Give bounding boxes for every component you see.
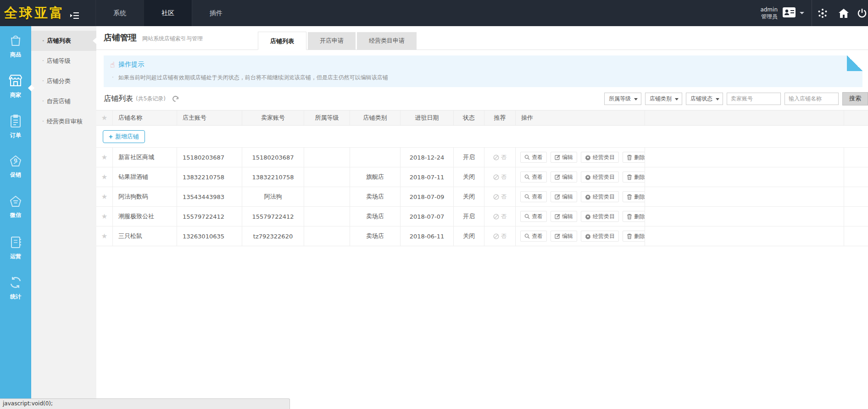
category-settings-button[interactable]: 经营类目 bbox=[581, 191, 619, 202]
submenu-item-shop-list[interactable]: ·店铺列表 bbox=[31, 31, 96, 51]
view-button[interactable]: 查看 bbox=[520, 191, 547, 202]
search-button[interactable]: 搜索 bbox=[842, 92, 868, 105]
star-icon[interactable]: ★ bbox=[101, 193, 107, 201]
actions-cell: 查看 编辑 经营类目 删除 bbox=[516, 167, 645, 187]
level-filter-select[interactable]: 所属等级 bbox=[604, 93, 641, 105]
delete-button[interactable]: 删除 bbox=[623, 191, 645, 202]
submenu-item-self-shop[interactable]: ·自营店铺 bbox=[31, 91, 96, 111]
edit-button[interactable]: 编辑 bbox=[551, 211, 577, 222]
notice-title: 操作提示 bbox=[118, 61, 144, 69]
recommend-no-label: 否 bbox=[501, 232, 506, 240]
pencil-square-icon bbox=[555, 174, 560, 180]
tab-shop-list[interactable]: 店铺列表 bbox=[258, 32, 306, 50]
sync-circle-icon bbox=[9, 282, 22, 291]
delete-button[interactable]: 删除 bbox=[623, 171, 645, 182]
submenu-item-shop-category[interactable]: ·店铺分类 bbox=[31, 71, 96, 91]
star-icon[interactable]: ★ bbox=[101, 114, 107, 122]
category-filter-select[interactable]: 店铺类别 bbox=[645, 93, 682, 105]
delete-button[interactable]: 删除 bbox=[623, 231, 645, 242]
table-row: ★ 潮服极致公社 15579722412 15579722412 卖场店 201… bbox=[96, 207, 868, 227]
caret-down-icon bbox=[634, 98, 638, 100]
view-button[interactable]: 查看 bbox=[520, 211, 547, 222]
edit-button[interactable]: 编辑 bbox=[551, 152, 577, 163]
join-date-cell: 2018-12-24 bbox=[401, 148, 454, 167]
gear-icon bbox=[585, 194, 591, 200]
tab-open-apply[interactable]: 开店申请 bbox=[308, 32, 356, 50]
category-cell bbox=[350, 148, 401, 167]
top-menu: 系统 社区 插件 bbox=[95, 0, 240, 26]
submenu-item-label: 店铺列表 bbox=[47, 37, 71, 44]
recommend-cell: 否 bbox=[484, 207, 516, 226]
refresh-icon[interactable] bbox=[172, 95, 179, 102]
shop-name-input[interactable] bbox=[785, 93, 839, 105]
actions-cell: 查看 编辑 经营类目 删除 bbox=[516, 207, 645, 226]
submenu-item-shop-level[interactable]: ·店铺等级 bbox=[31, 51, 96, 71]
seller-account-cell: tz792322620 bbox=[242, 227, 304, 246]
col-recommend: 推荐 bbox=[484, 111, 516, 125]
home-icon[interactable] bbox=[833, 0, 854, 26]
share-icon[interactable] bbox=[812, 0, 833, 26]
sidebar-item-operations[interactable]: 运营 bbox=[0, 228, 31, 268]
recommend-cell: 否 bbox=[484, 187, 516, 206]
corner-fold-icon[interactable] bbox=[847, 55, 862, 71]
trash-icon bbox=[627, 233, 632, 239]
recommend-cell: 否 bbox=[484, 167, 516, 187]
power-icon[interactable] bbox=[854, 0, 868, 26]
category-settings-button[interactable]: 经营类目 bbox=[581, 152, 619, 163]
category-cell: 卖场店 bbox=[350, 187, 401, 206]
empty-cell-end bbox=[844, 227, 868, 246]
sidebar-item-orders[interactable]: 订单 bbox=[0, 107, 31, 147]
main-content: 店铺管理 网站系统店铺索引与管理 店铺列表 开店申请 经营类目申请 ☝ 操作提示… bbox=[96, 26, 868, 409]
seller-account-cell: 13832210758 bbox=[242, 167, 304, 187]
star-icon[interactable]: ★ bbox=[101, 212, 107, 221]
sidebar-collapse-icon[interactable] bbox=[69, 11, 81, 21]
seller-account-cell: 阿法狗 bbox=[242, 187, 304, 206]
status-cell: 关闭 bbox=[454, 167, 484, 187]
submenu-item-category-review[interactable]: ·经营类目审核 bbox=[31, 111, 96, 132]
category-settings-button[interactable]: 经营类目 bbox=[581, 171, 619, 182]
edit-button[interactable]: 编辑 bbox=[551, 231, 577, 242]
app-logo: 全球亚富 bbox=[0, 4, 69, 22]
category-settings-button[interactable]: 经营类目 bbox=[581, 231, 619, 242]
record-count: (共5条记录) bbox=[136, 95, 166, 103]
col-join-date: 进驻日期 bbox=[401, 111, 454, 125]
empty-cell bbox=[645, 207, 844, 226]
owner-account-cell: 13543443983 bbox=[177, 187, 242, 206]
add-shop-button[interactable]: + 新增店铺 bbox=[103, 130, 145, 143]
star-icon[interactable]: ★ bbox=[101, 232, 107, 240]
col-owner-account: 店主账号 bbox=[177, 111, 242, 125]
edit-button[interactable]: 编辑 bbox=[551, 191, 577, 202]
delete-button[interactable]: 删除 bbox=[623, 152, 645, 163]
topmenu-plugins[interactable]: 插件 bbox=[192, 0, 240, 26]
shop-name-cell: 阿法狗数码 bbox=[113, 187, 177, 206]
recommend-no-label: 否 bbox=[501, 173, 506, 181]
owner-account-cell: 15579722412 bbox=[177, 207, 242, 226]
magnifier-icon bbox=[524, 194, 530, 199]
admin-menu[interactable]: admin 管理员 bbox=[760, 6, 812, 20]
view-button[interactable]: 查看 bbox=[520, 152, 547, 163]
empty-cell-end bbox=[844, 207, 868, 226]
sidebar-item-goods[interactable]: 商品 bbox=[0, 26, 31, 66]
sidebar-item-statistics[interactable]: 统计 bbox=[0, 268, 31, 309]
topmenu-community[interactable]: 社区 bbox=[144, 0, 192, 26]
table-row: ★ 三只松鼠 13263010635 tz792322620 卖场店 2018-… bbox=[96, 227, 868, 246]
join-date-cell: 2018-06-11 bbox=[401, 227, 454, 246]
seller-account-input[interactable] bbox=[727, 93, 781, 105]
view-button[interactable]: 查看 bbox=[520, 231, 547, 242]
notebook-icon bbox=[9, 242, 22, 251]
edit-button[interactable]: 编辑 bbox=[551, 171, 577, 182]
delete-button[interactable]: 删除 bbox=[623, 211, 645, 222]
sidebar-item-merchants[interactable]: 商家 bbox=[0, 66, 31, 107]
app-root: 全球亚富 系统 社区 插件 admin 管理员 bbox=[0, 0, 868, 409]
star-icon[interactable]: ★ bbox=[101, 153, 107, 161]
view-button[interactable]: 查看 bbox=[520, 171, 547, 182]
category-settings-button[interactable]: 经营类目 bbox=[581, 211, 619, 222]
col-shop-name: 店铺名称 bbox=[113, 111, 177, 125]
star-icon[interactable]: ★ bbox=[101, 173, 107, 181]
col-seller-account: 卖家账号 bbox=[242, 111, 304, 125]
status-filter-select[interactable]: 店铺状态 bbox=[686, 93, 723, 105]
sidebar-item-promotions[interactable]: 促销 bbox=[0, 147, 31, 188]
tab-category-apply[interactable]: 经营类目申请 bbox=[357, 32, 417, 50]
topmenu-system[interactable]: 系统 bbox=[95, 0, 144, 26]
sidebar-item-wechat[interactable]: 微信 bbox=[0, 188, 31, 228]
